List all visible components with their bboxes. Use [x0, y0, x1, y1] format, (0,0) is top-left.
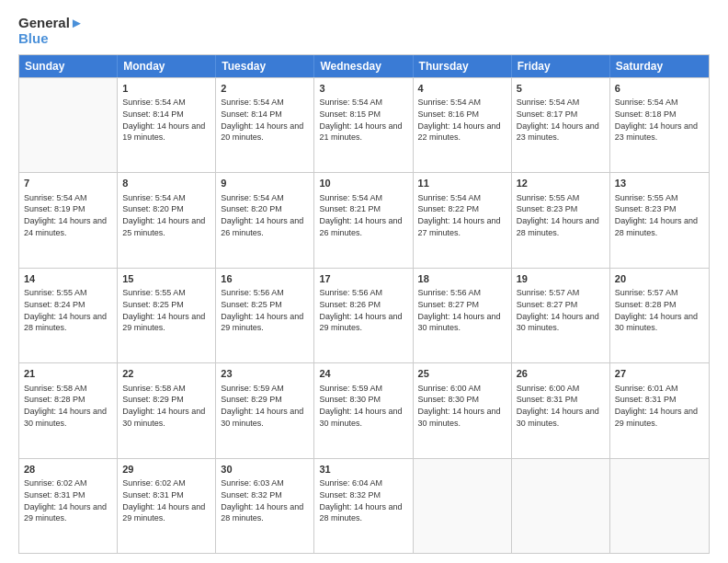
calendar-cell: 17 Sunrise: 5:56 AMSunset: 8:26 PMDaylig… — [314, 269, 413, 363]
calendar-week-5: 28 Sunrise: 6:02 AMSunset: 8:31 PMDaylig… — [19, 458, 709, 554]
cell-info: Sunrise: 5:54 AMSunset: 8:20 PMDaylight:… — [122, 192, 210, 238]
calendar-cell: 19 Sunrise: 5:57 AMSunset: 8:27 PMDaylig… — [512, 269, 610, 363]
cell-info: Sunrise: 6:02 AMSunset: 8:31 PMDaylight:… — [122, 477, 210, 523]
calendar-cell: 16 Sunrise: 5:56 AMSunset: 8:25 PMDaylig… — [216, 269, 314, 363]
calendar-cell: 27 Sunrise: 6:01 AMSunset: 8:31 PMDaylig… — [610, 363, 709, 458]
day-number: 5 — [517, 82, 605, 96]
page: General► Blue SundayMondayTuesdayWednesd… — [0, 0, 728, 563]
day-number: 16 — [221, 272, 309, 286]
cell-info: Sunrise: 6:02 AMSunset: 8:31 PMDaylight:… — [24, 477, 112, 523]
calendar-cell: 29 Sunrise: 6:02 AMSunset: 8:31 PMDaylig… — [118, 459, 216, 554]
calendar-cell: 13 Sunrise: 5:55 AMSunset: 8:23 PMDaylig… — [610, 173, 709, 268]
cell-info: Sunrise: 5:58 AMSunset: 8:29 PMDaylight:… — [122, 383, 210, 429]
cell-info: Sunrise: 5:54 AMSunset: 8:18 PMDaylight:… — [615, 97, 704, 143]
header-day-sunday: Sunday — [19, 55, 118, 77]
cell-info: Sunrise: 5:55 AMSunset: 8:23 PMDaylight:… — [517, 192, 605, 238]
day-number: 6 — [615, 82, 704, 96]
calendar-cell — [610, 459, 709, 554]
day-number: 7 — [24, 177, 112, 190]
day-number: 25 — [418, 367, 506, 381]
header: General► Blue — [18, 15, 710, 47]
cell-info: Sunrise: 5:54 AMSunset: 8:17 PMDaylight:… — [517, 97, 605, 143]
day-number: 14 — [24, 272, 112, 286]
day-number: 23 — [221, 367, 309, 381]
calendar-cell: 3 Sunrise: 5:54 AMSunset: 8:15 PMDayligh… — [314, 78, 413, 173]
calendar-header: SundayMondayTuesdayWednesdayThursdayFrid… — [19, 55, 709, 77]
calendar-cell: 14 Sunrise: 5:55 AMSunset: 8:24 PMDaylig… — [19, 269, 118, 363]
cell-info: Sunrise: 5:54 AMSunset: 8:21 PMDaylight:… — [319, 192, 407, 238]
header-day-monday: Monday — [118, 55, 216, 77]
cell-info: Sunrise: 5:55 AMSunset: 8:25 PMDaylight:… — [122, 287, 210, 333]
calendar-cell: 22 Sunrise: 5:58 AMSunset: 8:29 PMDaylig… — [118, 363, 216, 458]
day-number: 29 — [122, 463, 210, 477]
cell-info: Sunrise: 5:54 AMSunset: 8:20 PMDaylight:… — [221, 192, 309, 238]
cell-info: Sunrise: 5:59 AMSunset: 8:29 PMDaylight:… — [221, 383, 309, 429]
calendar-week-3: 14 Sunrise: 5:55 AMSunset: 8:24 PMDaylig… — [19, 268, 709, 363]
calendar-cell — [512, 459, 610, 554]
cell-info: Sunrise: 5:58 AMSunset: 8:28 PMDaylight:… — [24, 383, 112, 429]
cell-info: Sunrise: 6:04 AMSunset: 8:32 PMDaylight:… — [319, 477, 407, 523]
day-number: 1 — [122, 82, 210, 96]
day-number: 27 — [615, 367, 704, 381]
calendar-week-2: 7 Sunrise: 5:54 AMSunset: 8:19 PMDayligh… — [19, 172, 709, 268]
calendar-cell: 6 Sunrise: 5:54 AMSunset: 8:18 PMDayligh… — [610, 78, 709, 173]
day-number: 3 — [319, 82, 407, 96]
calendar-cell: 23 Sunrise: 5:59 AMSunset: 8:29 PMDaylig… — [216, 363, 314, 458]
calendar-cell: 20 Sunrise: 5:57 AMSunset: 8:28 PMDaylig… — [610, 269, 709, 363]
cell-info: Sunrise: 6:01 AMSunset: 8:31 PMDaylight:… — [615, 383, 704, 429]
cell-info: Sunrise: 5:55 AMSunset: 8:24 PMDaylight:… — [24, 287, 112, 333]
calendar-cell: 15 Sunrise: 5:55 AMSunset: 8:25 PMDaylig… — [118, 269, 216, 363]
calendar-cell: 12 Sunrise: 5:55 AMSunset: 8:23 PMDaylig… — [512, 173, 610, 268]
day-number: 9 — [221, 177, 309, 190]
calendar-cell: 4 Sunrise: 5:54 AMSunset: 8:16 PMDayligh… — [414, 78, 512, 173]
calendar: SundayMondayTuesdayWednesdayThursdayFrid… — [18, 54, 710, 555]
calendar-cell: 31 Sunrise: 6:04 AMSunset: 8:32 PMDaylig… — [314, 459, 413, 554]
day-number: 28 — [24, 463, 112, 477]
day-number: 17 — [319, 272, 407, 286]
calendar-week-1: 1 Sunrise: 5:54 AMSunset: 8:14 PMDayligh… — [19, 77, 709, 173]
calendar-cell: 28 Sunrise: 6:02 AMSunset: 8:31 PMDaylig… — [19, 459, 118, 554]
calendar-cell: 24 Sunrise: 5:59 AMSunset: 8:30 PMDaylig… — [314, 363, 413, 458]
calendar-cell — [414, 459, 512, 554]
day-number: 8 — [122, 177, 210, 190]
header-day-wednesday: Wednesday — [314, 55, 413, 77]
calendar-cell: 21 Sunrise: 5:58 AMSunset: 8:28 PMDaylig… — [19, 363, 118, 458]
calendar-cell: 1 Sunrise: 5:54 AMSunset: 8:14 PMDayligh… — [118, 78, 216, 173]
cell-info: Sunrise: 6:03 AMSunset: 8:32 PMDaylight:… — [221, 477, 309, 523]
day-number: 31 — [319, 463, 407, 477]
day-number: 30 — [221, 463, 309, 477]
calendar-cell: 26 Sunrise: 6:00 AMSunset: 8:31 PMDaylig… — [512, 363, 610, 458]
day-number: 22 — [122, 367, 210, 381]
header-day-tuesday: Tuesday — [216, 55, 314, 77]
calendar-week-4: 21 Sunrise: 5:58 AMSunset: 8:28 PMDaylig… — [19, 362, 709, 458]
cell-info: Sunrise: 6:00 AMSunset: 8:30 PMDaylight:… — [418, 383, 506, 429]
day-number: 13 — [615, 177, 704, 190]
logo: General► Blue — [18, 15, 84, 47]
cell-info: Sunrise: 5:54 AMSunset: 8:19 PMDaylight:… — [24, 192, 112, 238]
cell-info: Sunrise: 5:57 AMSunset: 8:28 PMDaylight:… — [615, 287, 704, 333]
calendar-cell: 11 Sunrise: 5:54 AMSunset: 8:22 PMDaylig… — [414, 173, 512, 268]
day-number: 18 — [418, 272, 506, 286]
cell-info: Sunrise: 5:55 AMSunset: 8:23 PMDaylight:… — [615, 192, 704, 238]
cell-info: Sunrise: 5:56 AMSunset: 8:27 PMDaylight:… — [418, 287, 506, 333]
day-number: 15 — [122, 272, 210, 286]
day-number: 20 — [615, 272, 704, 286]
cell-info: Sunrise: 5:54 AMSunset: 8:22 PMDaylight:… — [418, 192, 506, 238]
day-number: 10 — [319, 177, 407, 190]
calendar-cell: 2 Sunrise: 5:54 AMSunset: 8:14 PMDayligh… — [216, 78, 314, 173]
calendar-cell: 25 Sunrise: 6:00 AMSunset: 8:30 PMDaylig… — [414, 363, 512, 458]
calendar-cell: 9 Sunrise: 5:54 AMSunset: 8:20 PMDayligh… — [216, 173, 314, 268]
cell-info: Sunrise: 5:56 AMSunset: 8:25 PMDaylight:… — [221, 287, 309, 333]
day-number: 19 — [517, 272, 605, 286]
calendar-cell: 7 Sunrise: 5:54 AMSunset: 8:19 PMDayligh… — [19, 173, 118, 268]
day-number: 21 — [24, 367, 112, 381]
cell-info: Sunrise: 6:00 AMSunset: 8:31 PMDaylight:… — [517, 383, 605, 429]
cell-info: Sunrise: 5:56 AMSunset: 8:26 PMDaylight:… — [319, 287, 407, 333]
day-number: 24 — [319, 367, 407, 381]
day-number: 12 — [517, 177, 605, 190]
cell-info: Sunrise: 5:54 AMSunset: 8:14 PMDaylight:… — [122, 97, 210, 143]
logo-text: General► Blue — [18, 15, 84, 47]
calendar-cell: 10 Sunrise: 5:54 AMSunset: 8:21 PMDaylig… — [314, 173, 413, 268]
calendar-cell: 30 Sunrise: 6:03 AMSunset: 8:32 PMDaylig… — [216, 459, 314, 554]
header-day-friday: Friday — [512, 55, 610, 77]
